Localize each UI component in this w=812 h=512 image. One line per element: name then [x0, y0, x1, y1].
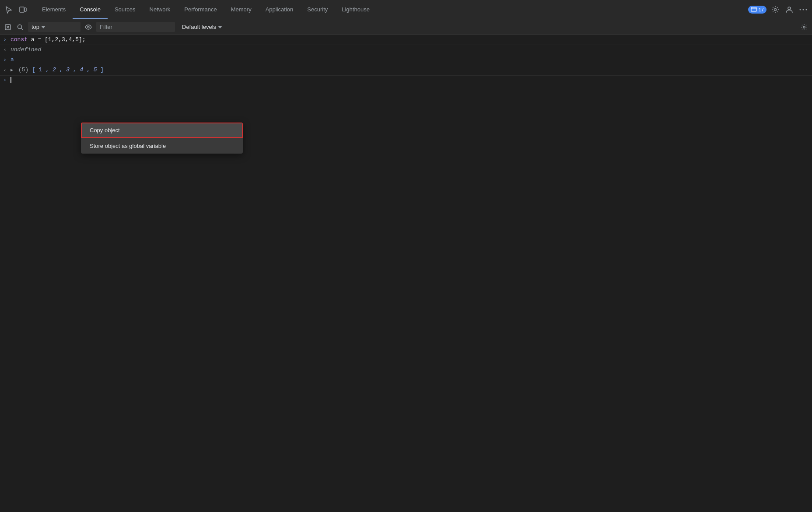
context-value: top: [32, 24, 39, 30]
more-options-icon[interactable]: [798, 4, 808, 15]
badge-count: 17: [759, 7, 764, 12]
eye-icon[interactable]: [84, 23, 93, 32]
array-n4: 4: [80, 67, 83, 73]
array-length: (5): [18, 67, 28, 73]
console-output: › const a = [1,2,3,4,5]; ‹ undefined › a…: [0, 35, 812, 512]
console-line-1: › const a = [1,2,3,4,5];: [0, 35, 812, 45]
input-cursor: [10, 77, 11, 83]
filter-input[interactable]: [96, 22, 175, 32]
tab-network[interactable]: Network: [143, 0, 178, 19]
array-sep4: ,: [87, 67, 94, 73]
svg-point-7: [803, 9, 804, 10]
svg-rect-1: [24, 8, 26, 11]
settings-icon[interactable]: [770, 4, 780, 15]
console-input-line[interactable]: ›: [0, 76, 812, 84]
array-sep3: ,: [73, 67, 80, 73]
context-menu-store-global[interactable]: Store object as global variable: [81, 138, 243, 154]
array-sep2: ,: [60, 67, 66, 73]
nav-icons-left: [4, 4, 28, 15]
tab-lighthouse[interactable]: Lighthouse: [335, 0, 377, 19]
arrow-left-1: ‹: [4, 46, 10, 54]
svg-point-4: [774, 8, 777, 11]
user-settings-icon[interactable]: [784, 4, 794, 15]
context-menu: Copy object Store object as global varia…: [81, 123, 243, 154]
input-arrow: ›: [4, 77, 10, 83]
tab-application[interactable]: Application: [259, 0, 301, 19]
device-toggle-icon[interactable]: [18, 4, 28, 15]
arrow-right-2: ›: [4, 56, 10, 64]
message-badge[interactable]: 17: [748, 6, 766, 14]
array-n3: 3: [66, 67, 70, 73]
svg-point-6: [800, 9, 801, 10]
array-n1: 1: [39, 67, 42, 73]
tab-elements[interactable]: Elements: [35, 0, 73, 19]
array-n2: 2: [52, 67, 56, 73]
line-content-4: ▶ (5) [ 1 , 2 , 3 , 4 , 5 ]: [10, 66, 808, 74]
console-line-3: › a: [0, 55, 812, 65]
context-select[interactable]: top: [28, 22, 80, 32]
svg-point-14: [88, 26, 89, 28]
space1: a = [1,2,3,4,5];: [31, 36, 86, 43]
keyword-const: const: [10, 36, 28, 43]
line-content-1: const a = [1,2,3,4,5];: [10, 36, 808, 44]
console-line-4[interactable]: ‹ ▶ (5) [ 1 , 2 , 3 , 4 , 5 ]: [0, 65, 812, 76]
console-line-2: ‹ undefined: [0, 45, 812, 55]
array-bracket-open: [: [32, 67, 35, 73]
svg-line-13: [21, 28, 23, 30]
array-sep1: ,: [46, 67, 52, 73]
tab-sources[interactable]: Sources: [108, 0, 143, 19]
top-nav-bar: Elements Console Sources Network Perform…: [0, 0, 812, 19]
context-menu-copy-object[interactable]: Copy object: [81, 123, 243, 138]
tab-security[interactable]: Security: [300, 0, 335, 19]
clear-console-icon[interactable]: [4, 23, 12, 32]
levels-label: Default levels: [182, 24, 216, 30]
expand-triangle[interactable]: ▶: [10, 68, 13, 73]
arrow-left-2: ‹: [4, 67, 10, 74]
main-content: top Default levels › const: [0, 19, 812, 512]
svg-point-15: [803, 26, 805, 28]
line-content-3: a: [10, 56, 808, 64]
arrow-right-1: ›: [4, 36, 10, 44]
console-toolbar: top Default levels: [0, 19, 812, 35]
nav-right: 17: [748, 4, 808, 15]
array-bracket-close: ]: [100, 67, 104, 73]
svg-rect-0: [20, 7, 24, 12]
array-n5: 5: [94, 67, 97, 73]
toolbar-settings-icon[interactable]: [800, 23, 808, 32]
svg-point-5: [788, 7, 791, 10]
tab-memory[interactable]: Memory: [224, 0, 259, 19]
tab-console[interactable]: Console: [73, 0, 108, 19]
cursor-icon[interactable]: [4, 4, 14, 15]
levels-select[interactable]: Default levels: [178, 22, 226, 32]
svg-rect-2: [751, 7, 756, 11]
line-content-2: undefined: [10, 46, 808, 54]
svg-point-8: [806, 9, 807, 10]
tab-performance[interactable]: Performance: [177, 0, 224, 19]
nav-tabs: Elements Console Sources Network Perform…: [35, 0, 748, 19]
filter-icon[interactable]: [16, 23, 24, 32]
